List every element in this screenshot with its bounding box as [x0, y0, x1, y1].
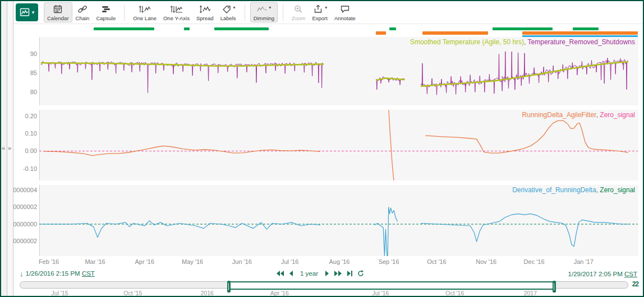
annotate-button[interactable]: Annotate: [331, 2, 359, 22]
dimming-button-label: Dimming: [254, 15, 274, 21]
collapsed-panel-left[interactable]: «: [1, 1, 7, 296]
one-y-axis-icon: [169, 4, 183, 15]
legend-item[interactable]: Derivative_of_RunningDelta: [512, 186, 596, 194]
condition-capsule-bar[interactable]: [573, 27, 599, 30]
chevron-down-icon: ▾: [233, 5, 236, 10]
seeq-workbench-window: « » ▾ CalendarChainCapsuleOne LaneOne Y-…: [0, 0, 644, 297]
x-axis-month-label: Nov '16: [476, 258, 496, 265]
legend-item[interactable]: Zero_signal: [600, 111, 635, 119]
x-axis-month-label: May '16: [182, 258, 203, 265]
zoom-button-label: Zoom: [292, 15, 305, 21]
export-button[interactable]: ▾Export: [309, 2, 330, 22]
collapsed-panel-right[interactable]: »: [7, 1, 13, 296]
expand-right-icon[interactable]: »: [8, 145, 11, 151]
series-Derivative_of_RunningDelta: [41, 221, 320, 238]
calendar-button[interactable]: Calendar: [44, 2, 72, 22]
x-axis-month-label: Sep '16: [379, 258, 399, 265]
series-Derivative_of_RunningDelta: [375, 207, 398, 257]
timebar-tick-label: Jul '16: [372, 290, 389, 296]
timebar-tick-label: Oct '16: [445, 290, 464, 296]
duration-label[interactable]: 1 year: [298, 270, 320, 277]
timebar-selection[interactable]: [228, 281, 555, 290]
timebar-scrubber: Jul '15Oct '152016Apr '16Jul '16Oct '162…: [1, 280, 643, 297]
lane-legend: Smoothed Temperature (Agile, 50 hrs), Te…: [410, 38, 635, 46]
step-forward-full-button[interactable]: [334, 271, 342, 276]
x-axis-month-label: Oct '16: [427, 258, 447, 265]
series-RunningDelta_AgileFilter: [426, 120, 628, 153]
go-to-now-button[interactable]: [347, 271, 353, 276]
x-axis-month-label: Aug '16: [329, 258, 349, 265]
export-button-label: Export: [312, 15, 327, 21]
chain-button-label: Chain: [76, 15, 90, 21]
series-Smoothed Temperature (Agile, 50 hrs): [41, 63, 324, 66]
one-y-axis-button[interactable]: One Y-Axis: [160, 2, 193, 22]
step-forward-button[interactable]: [325, 271, 329, 276]
legend-item[interactable]: Smoothed Temperature (Agile, 50 hrs): [410, 38, 524, 46]
calendar-icon: [52, 4, 63, 15]
condition-capsule-bar[interactable]: [522, 31, 638, 35]
chevron-down-icon: ▾: [325, 5, 327, 10]
step-back-button[interactable]: [289, 271, 293, 276]
one-y-axis-button-label: One Y-Axis: [163, 15, 190, 21]
trend-lane-running-delta[interactable]: [1, 110, 644, 180]
range-end-time[interactable]: 1/29/2017 2:05 PM: [568, 271, 623, 277]
timebar-handle-left[interactable]: [227, 281, 231, 293]
dimming-button[interactable]: ▾Dimming: [250, 2, 278, 22]
down-arrow-icon: ↓: [20, 270, 24, 278]
timebar-track[interactable]: [20, 281, 628, 289]
legend-item[interactable]: Temperature_Removed_Shutdowns: [528, 38, 635, 46]
spread-icon: [199, 4, 211, 15]
calendar-button-label: Calendar: [47, 15, 69, 21]
x-axis-month-label: Jan '17: [574, 258, 594, 265]
toolbar-button-group: CalendarChainCapsuleOne LaneOne Y-AxisSp…: [44, 2, 359, 22]
dimming-icon: [256, 4, 268, 15]
range-end-control[interactable]: 1/29/2017 2:05 PM CST: [568, 268, 637, 279]
timebar-corner-button[interactable]: 22: [632, 280, 638, 288]
legend-item[interactable]: RunningDelta_AgileFilter: [522, 111, 596, 119]
condition-capsule-bar[interactable]: [493, 27, 553, 30]
x-axis-month-label: Feb '16: [39, 258, 59, 265]
capsule-icon: [100, 4, 112, 15]
one-lane-button[interactable]: One Lane: [130, 2, 160, 22]
one-lane-icon: [138, 4, 151, 15]
x-axis-month-label: Mar '16: [85, 258, 105, 265]
series-Temperature_Removed_Shutdowns: [41, 61, 324, 93]
x-axis-month-label: Jul '16: [281, 258, 298, 265]
series-Temperature_Removed_Shutdowns: [421, 52, 628, 95]
refresh-icon[interactable]: [357, 270, 364, 277]
timebar-tick-label: Oct '15: [123, 290, 142, 296]
chevron-down-icon: ▾: [32, 10, 35, 15]
timebar-handle-right[interactable]: [553, 281, 556, 293]
timebar-tick-label: Apr '16: [270, 290, 289, 296]
range-start-control[interactable]: ↓ 1/26/2016 2:15 PM CST: [20, 270, 95, 278]
view-selector-button[interactable]: ▾: [16, 3, 38, 21]
spread-button[interactable]: Spread: [193, 2, 217, 22]
x-axis-month-label: Dec '16: [524, 258, 545, 265]
export-icon: [312, 4, 324, 15]
step-back-full-button[interactable]: [276, 271, 284, 276]
capsule-button[interactable]: Capsule: [93, 2, 119, 22]
chain-button[interactable]: Chain: [72, 2, 93, 22]
series-RunningDelta_AgileFilter: [388, 110, 394, 180]
labels-button[interactable]: ▾Labels: [217, 2, 240, 22]
trend-lane-derivative[interactable]: [1, 185, 644, 256]
trend-lane-temperature[interactable]: [1, 37, 644, 105]
labels-icon: [221, 4, 232, 15]
chevron-down-icon: ▾: [269, 5, 271, 10]
toolbar-separator: [283, 4, 283, 21]
capsule-button-label: Capsule: [96, 15, 116, 21]
condition-capsule-bar[interactable]: [214, 27, 269, 30]
legend-item[interactable]: Zero_signal: [600, 186, 635, 194]
range-end-timezone[interactable]: CST: [624, 271, 637, 277]
range-start-time[interactable]: 1/26/2016 2:15 PM: [26, 270, 80, 277]
timebar-tick-label: 2016: [200, 290, 213, 296]
condition-capsule-bar[interactable]: [389, 27, 396, 30]
time-navigation: 1 year: [276, 270, 364, 277]
condition-capsule-bar[interactable]: [422, 31, 488, 35]
collapse-left-icon[interactable]: «: [2, 145, 5, 151]
range-start-timezone[interactable]: CST: [82, 270, 95, 277]
condition-capsule-bar[interactable]: [184, 27, 190, 30]
condition-capsule-bar[interactable]: [94, 27, 154, 30]
condition-capsule-bar[interactable]: [376, 31, 386, 35]
spread-button-label: Spread: [196, 15, 214, 21]
